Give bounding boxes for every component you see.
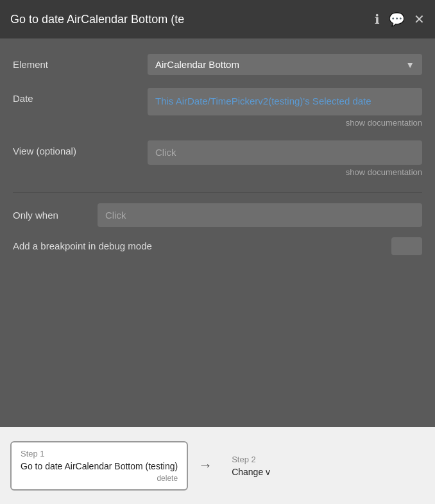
element-dropdown-wrapper: AirCalendar Bottom ▼ bbox=[148, 54, 422, 75]
date-field-wrapper: This AirDate/TimePickerv2(testing)'s Sel… bbox=[148, 88, 422, 128]
close-icon[interactable]: ✕ bbox=[414, 13, 425, 26]
step-1-title: Go to date AirCalendar Bottom (testing) bbox=[21, 461, 178, 471]
view-placeholder: Click bbox=[155, 147, 176, 158]
title-bar: Go to date AirCalendar Bottom (te ℹ 💬 ✕ bbox=[0, 0, 435, 38]
view-row: View (optional) Click show documentation bbox=[13, 140, 422, 177]
step-2-card[interactable]: Step 2 Change v bbox=[223, 448, 279, 483]
only-when-label: Only when bbox=[13, 210, 90, 221]
view-field[interactable]: Click bbox=[148, 140, 422, 165]
main-panel: Element AirCalendar Bottom ▼ Date This A… bbox=[0, 38, 435, 427]
date-field[interactable]: This AirDate/TimePickerv2(testing)'s Sel… bbox=[148, 88, 422, 115]
element-row: Element AirCalendar Bottom ▼ bbox=[13, 54, 422, 75]
step-2-title: Change v bbox=[232, 467, 270, 477]
chevron-down-icon: ▼ bbox=[405, 60, 414, 70]
only-when-placeholder: Click bbox=[105, 210, 126, 221]
element-label: Element bbox=[13, 54, 148, 70]
breakpoint-toggle[interactable] bbox=[391, 237, 422, 255]
view-field-wrapper: Click show documentation bbox=[148, 140, 422, 177]
step-bar: Step 1 Go to date AirCalendar Bottom (te… bbox=[0, 427, 435, 504]
comment-icon[interactable]: 💬 bbox=[389, 13, 405, 26]
only-when-row: Only when Click bbox=[13, 203, 422, 227]
date-row: Date This AirDate/TimePickerv2(testing)'… bbox=[13, 88, 422, 128]
only-when-input[interactable]: Click bbox=[98, 203, 422, 227]
breakpoint-label: Add a breakpoint in debug mode bbox=[13, 240, 152, 251]
view-label: View (optional) bbox=[13, 140, 148, 156]
date-show-documentation[interactable]: show documentation bbox=[148, 118, 422, 128]
step-2-number: Step 2 bbox=[232, 455, 270, 464]
divider bbox=[13, 192, 422, 193]
date-label: Date bbox=[13, 88, 148, 104]
title-bar-actions: ℹ 💬 ✕ bbox=[375, 13, 425, 26]
breakpoint-row: Add a breakpoint in debug mode bbox=[13, 237, 422, 255]
arrow-icon: → bbox=[198, 457, 212, 474]
step-1-number: Step 1 bbox=[21, 449, 178, 458]
dialog-title: Go to date AirCalendar Bottom (te bbox=[10, 13, 184, 26]
date-value: This AirDate/TimePickerv2(testing)'s Sel… bbox=[155, 94, 414, 109]
element-dropdown[interactable]: AirCalendar Bottom ▼ bbox=[148, 54, 422, 75]
step-1-card[interactable]: Step 1 Go to date AirCalendar Bottom (te… bbox=[10, 441, 188, 491]
element-dropdown-value: AirCalendar Bottom bbox=[155, 59, 239, 70]
step-1-delete[interactable]: delete bbox=[21, 474, 178, 483]
info-icon[interactable]: ℹ bbox=[375, 13, 380, 26]
view-show-documentation[interactable]: show documentation bbox=[148, 167, 422, 177]
